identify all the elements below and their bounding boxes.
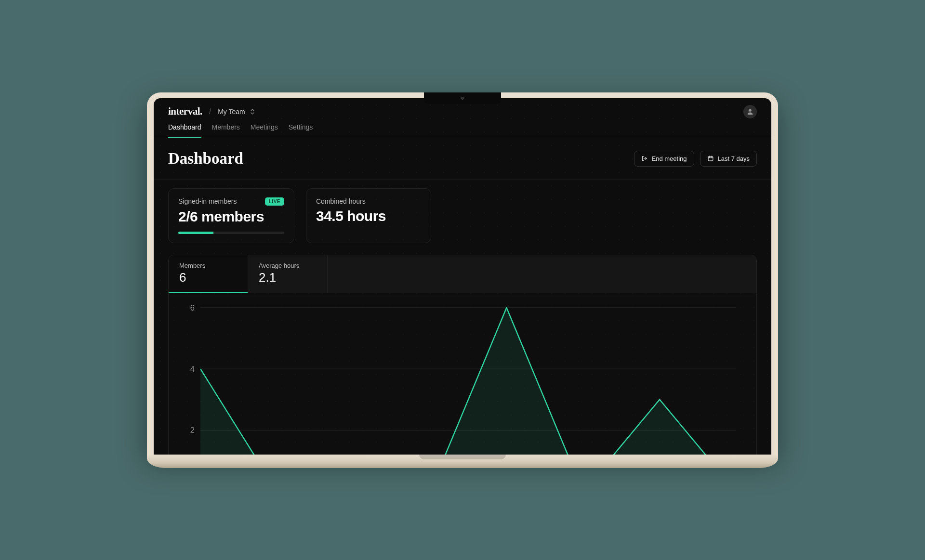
svg-point-0	[749, 109, 751, 111]
chart-tab-value: 6	[179, 270, 237, 285]
chart-tabs-filler	[328, 255, 756, 293]
signed-in-progress	[178, 232, 284, 234]
card-label: Signed-in members	[178, 197, 237, 205]
camera-dot	[461, 97, 464, 100]
primary-nav: Dashboard Members Meetings Settings	[154, 118, 771, 138]
nav-item-settings[interactable]: Settings	[289, 123, 313, 138]
card-value: 2/6 members	[178, 208, 284, 225]
person-icon	[746, 108, 754, 116]
chart-tabs: Members 6 Average hours 2.1	[169, 255, 756, 293]
app-screen: interval. / My Team Dashboard Members	[154, 98, 771, 455]
chart-tab-label: Average hours	[259, 262, 317, 269]
chart-tab-members[interactable]: Members 6	[169, 255, 248, 293]
user-avatar-button[interactable]	[743, 105, 757, 118]
chart-tab-label: Members	[179, 262, 237, 269]
page-title: Dashboard	[168, 150, 243, 168]
breadcrumb-separator: /	[209, 107, 211, 116]
page-content: Signed-in members LIVE 2/6 members Combi…	[154, 180, 771, 455]
stat-cards: Signed-in members LIVE 2/6 members Combi…	[168, 188, 757, 243]
calendar-icon	[707, 155, 714, 162]
date-range-button[interactable]: Last 7 days	[700, 151, 757, 167]
laptop-frame: interval. / My Team Dashboard Members	[147, 92, 778, 455]
page-actions: End meeting Last 7 days	[634, 151, 757, 167]
live-badge: LIVE	[265, 197, 284, 206]
team-selector[interactable]: My Team	[218, 108, 255, 116]
page-header: Dashboard End meeting Last 7 days	[154, 138, 771, 180]
card-label: Combined hours	[316, 197, 366, 205]
end-meeting-label: End meeting	[652, 155, 687, 162]
card-value: 34.5 hours	[316, 208, 421, 224]
brand-logo[interactable]: interval.	[168, 105, 202, 117]
svg-text:4: 4	[190, 365, 195, 374]
members-area-chart: 0246Jul 30Jul 31Aug 1Aug 2Aug 3Aug 4Aug …	[180, 302, 745, 455]
svg-text:2: 2	[190, 426, 195, 435]
card-signed-in-members: Signed-in members LIVE 2/6 members	[168, 188, 294, 243]
laptop-mockup: interval. / My Team Dashboard Members	[147, 92, 778, 468]
nav-item-members[interactable]: Members	[212, 123, 240, 138]
progress-fill	[178, 232, 213, 234]
laptop-base	[147, 455, 778, 468]
chart-tab-average-hours[interactable]: Average hours 2.1	[248, 255, 328, 293]
topbar-left: interval. / My Team	[168, 105, 255, 117]
chevron-up-down-icon	[250, 108, 255, 115]
end-meeting-button[interactable]: End meeting	[634, 151, 694, 167]
nav-item-meetings[interactable]: Meetings	[251, 123, 278, 138]
laptop-notch	[424, 92, 501, 104]
card-combined-hours: Combined hours 34.5 hours	[306, 188, 431, 243]
chart-body: 0246Jul 30Jul 31Aug 1Aug 2Aug 3Aug 4Aug …	[169, 293, 756, 455]
team-selector-label: My Team	[218, 108, 245, 116]
svg-rect-1	[708, 156, 713, 161]
nav-item-dashboard[interactable]: Dashboard	[168, 123, 201, 138]
chart-tab-value: 2.1	[259, 270, 317, 285]
svg-text:6: 6	[190, 303, 195, 313]
chart-panel: Members 6 Average hours 2.1 0246Jul 30Ju…	[168, 255, 757, 455]
date-range-label: Last 7 days	[718, 155, 750, 162]
logout-icon	[641, 155, 648, 162]
